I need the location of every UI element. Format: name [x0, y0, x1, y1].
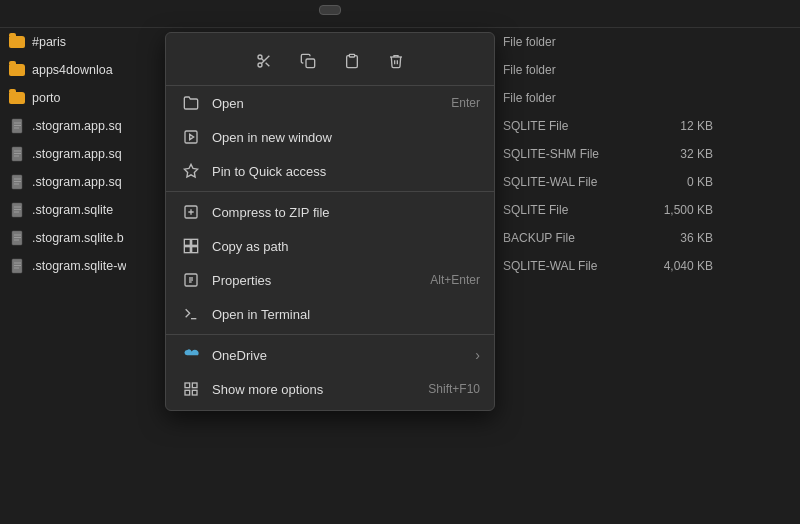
- file-type-cell: SQLITE-WAL File: [503, 259, 633, 273]
- file-type-cell: File folder: [503, 63, 633, 77]
- context-menu-items: Open Enter Open in new window Pin to Qui…: [166, 86, 494, 406]
- file-size-cell: 1,500 KB: [633, 203, 713, 217]
- menu-item-icon: [180, 160, 202, 182]
- delete-icon: [388, 53, 404, 69]
- svg-rect-36: [192, 247, 198, 253]
- paste-icon: [344, 53, 360, 69]
- onedrive-icon: [183, 347, 199, 363]
- open-window-icon: [183, 129, 199, 145]
- menu-item-compress-zip[interactable]: Compress to ZIP file: [166, 195, 494, 229]
- context-menu-icon-bar: [166, 37, 494, 86]
- svg-rect-12: [12, 203, 22, 217]
- file-icon: [11, 202, 24, 218]
- file-name-label: .stogram.app.sq: [32, 175, 122, 189]
- svg-rect-44: [192, 383, 197, 388]
- file-size-cell: 32 KB: [633, 147, 713, 161]
- menu-item-label: Copy as path: [212, 239, 480, 254]
- menu-item-icon: [180, 269, 202, 291]
- file-type-icon: [8, 145, 26, 163]
- paste-icon-button[interactable]: [334, 45, 370, 77]
- menu-item-open[interactable]: Open Enter: [166, 86, 494, 120]
- file-type-icon: [8, 229, 26, 247]
- file-icon: [11, 118, 24, 134]
- file-name-label: porto: [32, 91, 61, 105]
- terminal-icon: [183, 306, 199, 322]
- svg-rect-37: [184, 247, 190, 253]
- delete-icon-button[interactable]: [378, 45, 414, 77]
- file-icon: [11, 146, 24, 162]
- file-name-label: .stogram.sqlite: [32, 203, 113, 217]
- file-type-cell: File folder: [503, 35, 633, 49]
- menu-item-label: Open in new window: [212, 130, 480, 145]
- svg-rect-45: [185, 390, 190, 395]
- menu-divider: [166, 191, 494, 192]
- menu-item-icon: [180, 235, 202, 257]
- column-headers: [0, 0, 800, 28]
- folder-icon: [9, 64, 25, 76]
- menu-item-label: Compress to ZIP file: [212, 205, 480, 220]
- file-explorer: #paris File folder apps4downloa File fol…: [0, 0, 800, 524]
- file-icon: [11, 230, 24, 246]
- svg-rect-34: [184, 239, 190, 245]
- svg-line-27: [266, 63, 270, 67]
- svg-point-25: [258, 63, 262, 67]
- menu-item-copy-path[interactable]: Copy as path: [166, 229, 494, 263]
- svg-point-24: [258, 55, 262, 59]
- context-menu: Open Enter Open in new window Pin to Qui…: [165, 32, 495, 411]
- file-type-icon: [8, 117, 26, 135]
- menu-item-open-new-window[interactable]: Open in new window: [166, 120, 494, 154]
- menu-item-properties[interactable]: Properties Alt+Enter: [166, 263, 494, 297]
- pin-icon: [183, 163, 199, 179]
- menu-shortcut: Shift+F10: [428, 382, 480, 396]
- file-type-cell: SQLITE File: [503, 119, 633, 133]
- file-name-label: .stogram.app.sq: [32, 147, 122, 161]
- menu-item-icon: [180, 201, 202, 223]
- file-size-cell: 12 KB: [633, 119, 713, 133]
- menu-item-label: Pin to Quick access: [212, 164, 480, 179]
- svg-rect-30: [349, 54, 354, 57]
- file-type-icon: [8, 89, 26, 107]
- menu-item-icon: [180, 92, 202, 114]
- file-name-label: #paris: [32, 35, 66, 49]
- menu-item-show-more[interactable]: Show more options Shift+F10: [166, 372, 494, 406]
- menu-item-open-terminal[interactable]: Open in Terminal: [166, 297, 494, 331]
- svg-rect-0: [12, 119, 22, 133]
- svg-rect-35: [192, 239, 198, 245]
- menu-item-icon: [180, 303, 202, 325]
- svg-rect-43: [185, 383, 190, 388]
- menu-item-pin-quick-access[interactable]: Pin to Quick access: [166, 154, 494, 188]
- menu-item-onedrive[interactable]: OneDrive ›: [166, 338, 494, 372]
- folder-icon: [9, 36, 25, 48]
- compress-icon: [183, 204, 199, 220]
- file-type-icon: [8, 61, 26, 79]
- menu-item-icon: [180, 126, 202, 148]
- cut-icon-button[interactable]: [246, 45, 282, 77]
- svg-rect-4: [12, 147, 22, 161]
- svg-rect-29: [306, 59, 315, 68]
- file-type-icon: [8, 173, 26, 191]
- svg-rect-46: [192, 390, 197, 395]
- file-type-cell: BACKUP File: [503, 231, 633, 245]
- open-icon: [183, 95, 199, 111]
- folder-icon: [9, 92, 25, 104]
- file-icon: [11, 258, 24, 274]
- svg-line-28: [261, 58, 264, 61]
- menu-shortcut: Enter: [451, 96, 480, 110]
- svg-rect-20: [12, 259, 22, 273]
- menu-item-label: Show more options: [212, 382, 420, 397]
- svg-rect-16: [12, 231, 22, 245]
- file-name-label: .stogram.sqlite.b: [32, 231, 124, 245]
- menu-item-icon: [180, 378, 202, 400]
- file-icon: [11, 174, 24, 190]
- file-type-icon: [8, 257, 26, 275]
- file-name-label: apps4downloa: [32, 63, 113, 77]
- file-type-icon: [8, 201, 26, 219]
- file-type-cell: SQLITE-WAL File: [503, 175, 633, 189]
- menu-item-label: Properties: [212, 273, 422, 288]
- cut-icon: [256, 53, 272, 69]
- svg-rect-31: [185, 131, 197, 143]
- svg-marker-32: [184, 164, 197, 177]
- menu-shortcut: Alt+Enter: [430, 273, 480, 287]
- copy-icon-button[interactable]: [290, 45, 326, 77]
- menu-item-label: OneDrive: [212, 348, 467, 363]
